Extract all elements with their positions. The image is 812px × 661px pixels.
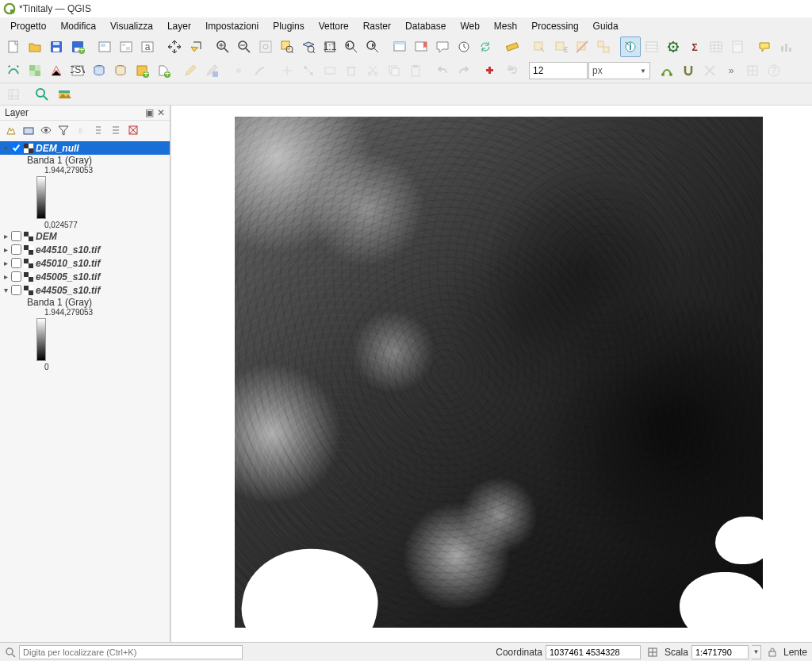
add-vector-button[interactable]: [3, 60, 24, 81]
quickmap-button[interactable]: [54, 84, 75, 105]
undock-icon[interactable]: ▣: [145, 107, 154, 118]
zoom-native-button[interactable]: 1:1: [320, 37, 340, 57]
vertex-tool-button[interactable]: [298, 60, 319, 81]
layer-row[interactable]: ▸ DEM: [0, 229, 170, 243]
annotation-button[interactable]: [432, 37, 453, 57]
expand-icon[interactable]: ▸: [2, 232, 10, 240]
layer-checkbox[interactable]: [11, 285, 21, 295]
help-icon[interactable]: ?: [764, 60, 784, 81]
statistics-button[interactable]: Σ: [684, 37, 705, 57]
zoom-last-button[interactable]: [341, 37, 362, 57]
zoom-next-button[interactable]: [362, 37, 383, 57]
new-geopackage-button[interactable]: +: [132, 60, 152, 81]
grid-button[interactable]: [742, 60, 763, 81]
add-mesh-button[interactable]: [46, 60, 67, 81]
layout-manager-button[interactable]: [116, 37, 136, 57]
measure-button[interactable]: [502, 37, 523, 57]
zoom-selection-button[interactable]: [277, 37, 297, 57]
crs-button[interactable]: [3, 84, 24, 105]
menu-visualizza[interactable]: Visualizza: [105, 19, 159, 33]
layer-row[interactable]: ▾ DEM_null: [0, 141, 170, 155]
select-value-button[interactable]: ε: [550, 37, 571, 57]
paste-button[interactable]: [405, 60, 426, 81]
layer-row[interactable]: ▾ e44505_s10.tif: [0, 283, 170, 297]
copy-button[interactable]: [384, 60, 404, 81]
zoom-layer-button[interactable]: [298, 37, 319, 57]
layer-tree[interactable]: ▾ DEM_null Banda 1 (Gray) 1.944,279053 0…: [0, 140, 170, 642]
layer-checkbox[interactable]: [11, 143, 21, 153]
style-manager-button[interactable]: a: [137, 37, 158, 57]
maptips-button[interactable]: [754, 37, 775, 57]
save-as-button[interactable]: +: [67, 37, 88, 57]
layer-checkbox[interactable]: [11, 231, 21, 241]
table-button[interactable]: [706, 37, 726, 57]
menu-guida[interactable]: Guida: [588, 19, 624, 33]
add-delimited-button[interactable]: CSV: [67, 60, 88, 81]
menu-raster[interactable]: Raster: [358, 19, 396, 33]
zoom-in-button[interactable]: [213, 37, 233, 57]
new-layout-button[interactable]: [94, 37, 115, 57]
move-feature-button[interactable]: [277, 60, 297, 81]
menu-mesh[interactable]: Mesh: [488, 19, 523, 33]
expand-icon[interactable]: ▸: [2, 259, 10, 267]
digitize-button[interactable]: [250, 60, 270, 81]
map-canvas[interactable]: [235, 117, 763, 628]
add-raster-button[interactable]: [25, 60, 45, 81]
style-toggle-button[interactable]: [3, 122, 19, 138]
add-virtual-button[interactable]: [110, 60, 131, 81]
new-bookmark-button[interactable]: [411, 37, 431, 57]
deselect-button[interactable]: [572, 37, 592, 57]
layer-checkbox[interactable]: [11, 244, 21, 255]
save-edits-button[interactable]: [201, 60, 222, 81]
expand-icon[interactable]: ▸: [2, 272, 10, 281]
new-project-button[interactable]: [3, 37, 24, 57]
expand-all-button[interactable]: [90, 122, 106, 138]
lock-icon[interactable]: [768, 648, 777, 657]
layer-checkbox[interactable]: [11, 271, 21, 282]
menu-processing[interactable]: Processing: [526, 19, 584, 33]
pan-selection-button[interactable]: [186, 37, 206, 57]
menu-database[interactable]: Database: [400, 19, 451, 33]
menu-vettore[interactable]: Vettore: [313, 19, 354, 33]
select-all-button[interactable]: [593, 37, 614, 57]
scale-input[interactable]: [691, 645, 749, 659]
topology-button[interactable]: [657, 60, 677, 81]
python-console-button[interactable]: [502, 60, 523, 81]
undo-button[interactable]: [432, 60, 453, 81]
expand-icon[interactable]: ▸: [2, 245, 10, 254]
collapse-icon[interactable]: ▾: [2, 286, 10, 294]
identify-button[interactable]: i: [620, 37, 641, 57]
add-feature-button[interactable]: [228, 60, 249, 81]
plugin-manager-button[interactable]: [481, 60, 501, 81]
layer-row[interactable]: ▸ e44510_s10.tif: [0, 243, 170, 256]
processing-toolbox-button[interactable]: [663, 37, 684, 57]
save-button[interactable]: [46, 37, 67, 57]
layer-row[interactable]: ▸ e45005_s10.tif: [0, 270, 170, 283]
add-pg-button[interactable]: [89, 60, 109, 81]
locator-input[interactable]: [19, 645, 243, 659]
field-calc-button[interactable]: [727, 37, 748, 57]
add-group-button[interactable]: [21, 122, 36, 138]
layer-checkbox[interactable]: [11, 258, 21, 268]
zoom-full-button[interactable]: [255, 37, 276, 57]
filter-button[interactable]: [56, 122, 71, 138]
pan-button[interactable]: [164, 37, 185, 57]
collapse-all-button[interactable]: [108, 122, 124, 138]
menu-impostazioni[interactable]: Impostazioni: [200, 19, 264, 33]
edit-toggle-button[interactable]: [180, 60, 201, 81]
remove-layer-button[interactable]: [125, 122, 141, 138]
refresh-button[interactable]: [475, 37, 496, 57]
collapse-icon[interactable]: ▾: [2, 144, 10, 152]
menu-plugins[interactable]: Plugins: [267, 19, 309, 33]
menu-progetto[interactable]: Progetto: [5, 19, 52, 33]
quickosm-button[interactable]: [32, 84, 52, 105]
close-panel-icon[interactable]: ✕: [157, 107, 165, 118]
font-size-input[interactable]: [529, 62, 588, 79]
open-project-button[interactable]: [25, 37, 45, 57]
expression-button[interactable]: ε: [73, 122, 89, 138]
diagram-button[interactable]: [776, 37, 796, 57]
coordinate-input[interactable]: [546, 645, 641, 659]
select-features-button[interactable]: [529, 37, 550, 57]
visibility-button[interactable]: [38, 122, 54, 138]
redo-button[interactable]: [454, 60, 474, 81]
